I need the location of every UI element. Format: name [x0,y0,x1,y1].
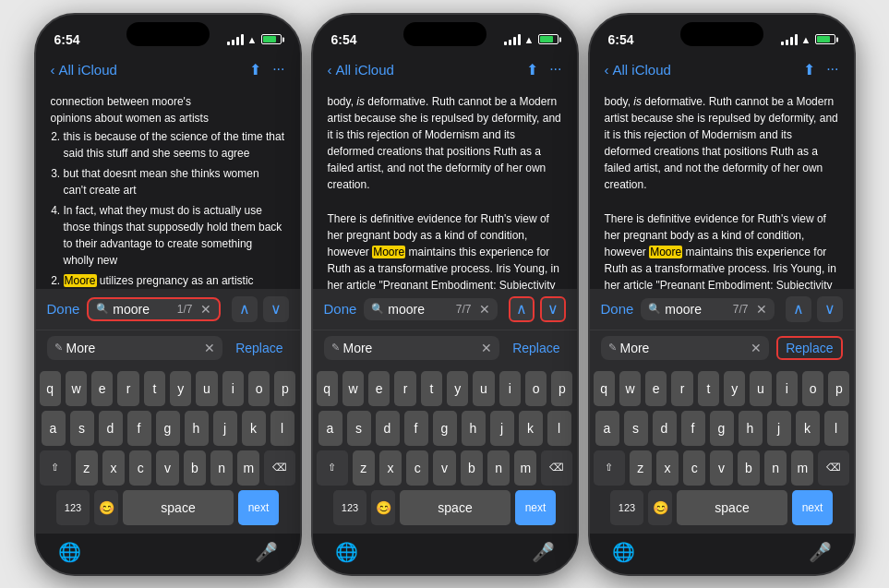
replace-button-2[interactable]: Replace [507,337,565,359]
back-button-3[interactable]: ‹ All iCloud [605,62,671,78]
key3-d[interactable]: d [653,411,677,446]
key2-u[interactable]: u [473,371,494,406]
key3-r[interactable]: r [671,371,692,406]
key3-b[interactable]: b [738,450,760,486]
key-b[interactable]: b [184,450,206,486]
search-clear-1[interactable]: ✕ [200,302,211,317]
key-q[interactable]: q [40,371,61,406]
next-arrow-3[interactable]: ∨ [817,296,843,322]
key-f[interactable]: f [127,411,151,446]
key-w[interactable]: w [66,371,87,406]
prev-arrow-1[interactable]: ∧ [232,296,258,322]
key2-o[interactable]: o [525,371,547,406]
replace-value-2[interactable]: More [343,341,478,355]
key3-i[interactable]: i [776,371,798,406]
search-term-2[interactable]: moore [388,302,451,317]
mic-icon-2[interactable]: 🎤 [532,541,555,563]
key2-c[interactable]: c [406,450,428,486]
key-o[interactable]: o [248,371,270,406]
key-backspace[interactable]: ⌫ [264,450,295,486]
key2-y[interactable]: y [447,371,468,406]
key3-k[interactable]: k [796,411,820,446]
key-i[interactable]: i [222,371,244,406]
key-l[interactable]: l [270,411,294,446]
key-h[interactable]: h [185,411,209,446]
key3-o[interactable]: o [802,371,823,406]
key3-123[interactable]: 123 [610,490,643,525]
key-r[interactable]: r [117,371,138,406]
done-button-1[interactable]: Done [47,301,80,317]
key3-c[interactable]: c [683,450,705,486]
key3-s[interactable]: s [624,411,648,446]
key-next[interactable]: next [238,490,279,525]
key3-j[interactable]: j [767,411,791,446]
key2-g[interactable]: g [433,411,457,446]
key3-n[interactable]: n [764,450,787,486]
mic-icon-1[interactable]: 🎤 [255,541,278,563]
key-d[interactable]: d [99,411,123,446]
key2-m[interactable]: m [514,450,536,486]
key-v[interactable]: v [156,450,178,486]
key2-e[interactable]: e [368,371,390,406]
key-123[interactable]: 123 [56,490,90,525]
more-icon-2[interactable]: ··· [549,61,561,78]
share-icon-2[interactable]: ⬆ [526,61,538,78]
key-x[interactable]: x [102,450,125,486]
key2-n[interactable]: n [487,450,510,486]
prev-arrow-3[interactable]: ∧ [786,296,811,322]
key2-next[interactable]: next [515,490,556,525]
key3-emoji[interactable]: 😊 [648,490,672,525]
back-button-1[interactable]: ‹ All iCloud [51,62,117,78]
globe-icon-2[interactable]: 🌐 [335,541,358,563]
key-m[interactable]: m [237,450,259,486]
globe-icon-3[interactable]: 🌐 [612,541,635,563]
done-button-2[interactable]: Done [324,301,357,317]
key-c[interactable]: c [129,450,151,486]
key2-b[interactable]: b [461,450,483,486]
key3-y[interactable]: y [724,371,745,406]
search-clear-3[interactable]: ✕ [756,302,767,317]
key-k[interactable]: k [242,411,266,446]
key2-x[interactable]: x [379,450,402,486]
key3-g[interactable]: g [710,411,734,446]
key2-f[interactable]: f [404,411,428,446]
key2-z[interactable]: z [353,450,375,486]
key-g[interactable]: g [156,411,180,446]
key3-p[interactable]: p [828,371,849,406]
key2-l[interactable]: l [547,411,571,446]
mic-icon-3[interactable]: 🎤 [809,541,832,563]
key2-h[interactable]: h [462,411,486,446]
key2-backspace[interactable]: ⌫ [541,450,572,486]
key3-l[interactable]: l [824,411,848,446]
key2-s[interactable]: s [347,411,371,446]
key-n[interactable]: n [210,450,233,486]
replace-button-3[interactable]: Replace [776,336,842,360]
search-clear-2[interactable]: ✕ [479,302,490,317]
search-term-3[interactable]: moore [665,302,728,317]
key3-h[interactable]: h [739,411,763,446]
key3-v[interactable]: v [710,450,732,486]
more-icon-1[interactable]: ··· [272,61,284,78]
key2-d[interactable]: d [376,411,400,446]
back-button-2[interactable]: ‹ All iCloud [328,62,394,78]
key3-shift[interactable]: ⇧ [594,450,625,486]
key2-shift[interactable]: ⇧ [317,450,348,486]
key2-emoji[interactable]: 😊 [371,490,395,525]
key-a[interactable]: a [42,411,66,446]
share-icon-1[interactable]: ⬆ [249,61,261,78]
key3-f[interactable]: f [681,411,705,446]
replace-clear-1[interactable]: ✕ [204,341,215,355]
key-j[interactable]: j [213,411,237,446]
key3-e[interactable]: e [645,371,667,406]
replace-value-1[interactable]: More [66,341,201,355]
key-s[interactable]: s [70,411,94,446]
key2-p[interactable]: p [551,371,572,406]
globe-icon-1[interactable]: 🌐 [58,541,81,563]
key-z[interactable]: z [76,450,98,486]
key3-next[interactable]: next [792,490,833,525]
replace-clear-2[interactable]: ✕ [481,341,492,355]
key2-q[interactable]: q [317,371,338,406]
key3-w[interactable]: w [619,371,641,406]
key2-v[interactable]: v [433,450,455,486]
key-t[interactable]: t [144,371,165,406]
